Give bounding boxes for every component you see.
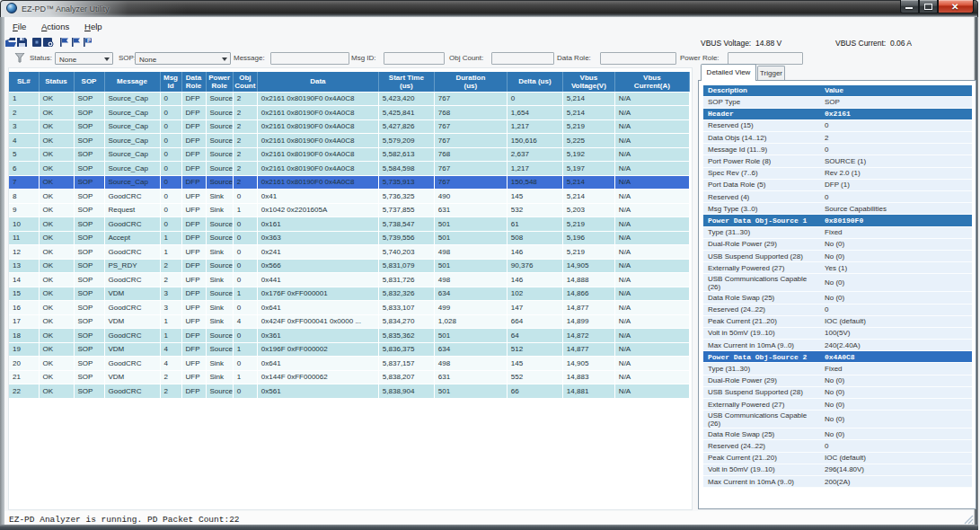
svg-text:P: P [87,38,91,43]
